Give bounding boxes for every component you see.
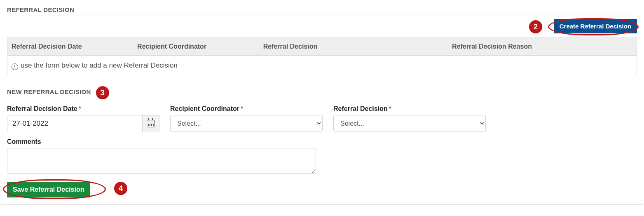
annotation-badge-2: 2 bbox=[529, 20, 542, 33]
table-empty-row: !use the form below to add a new Referra… bbox=[7, 56, 637, 76]
empty-message: use the form below to add a new Referral… bbox=[21, 61, 178, 69]
label-referral-decision: Referral Decision* bbox=[333, 105, 486, 113]
form-row-2: Comments bbox=[7, 138, 637, 174]
referral-decision-table: Referral Decision Date Recipient Coordin… bbox=[7, 38, 637, 76]
calendar-button[interactable] bbox=[142, 115, 159, 132]
referral-decision-select[interactable]: Select... bbox=[333, 115, 486, 132]
form-actions: Save Referral Decision 4 bbox=[7, 182, 90, 197]
calendar-icon bbox=[147, 120, 155, 127]
label-recipient-coordinator: Recipient Coordinator* bbox=[170, 105, 323, 113]
field-referral-decision: Referral Decision* Select... bbox=[333, 105, 486, 132]
save-referral-decision-button[interactable]: Save Referral Decision bbox=[7, 182, 90, 197]
col-decision: Referral Decision bbox=[259, 38, 448, 56]
col-reason: Referral Decision Reason bbox=[448, 38, 637, 56]
toolbar: 2 Create Referral Decision bbox=[7, 16, 637, 38]
col-date: Referral Decision Date bbox=[7, 38, 133, 56]
create-referral-decision-button[interactable]: Create Referral Decision bbox=[554, 19, 637, 33]
section-title: REFERRAL DECISION bbox=[7, 6, 637, 16]
label-comments: Comments bbox=[7, 138, 316, 146]
recipient-coordinator-select[interactable]: Select... bbox=[170, 115, 323, 132]
field-recipient-coordinator: Recipient Coordinator* Select... bbox=[170, 105, 323, 132]
form-row-1: Referral Decision Date* Recipient Coordi… bbox=[7, 105, 637, 132]
label-referral-date: Referral Decision Date* bbox=[7, 105, 159, 113]
col-coordinator: Recipient Coordinator bbox=[133, 38, 259, 56]
table-header-row: Referral Decision Date Recipient Coordin… bbox=[7, 38, 637, 56]
form-title: NEW REFERRAL DECISION bbox=[7, 88, 91, 97]
field-comments: Comments bbox=[7, 138, 316, 174]
comments-textarea[interactable] bbox=[7, 148, 316, 174]
info-icon: ! bbox=[12, 63, 18, 70]
referral-date-input[interactable] bbox=[7, 115, 142, 132]
annotation-badge-4: 4 bbox=[114, 182, 127, 195]
annotation-badge-3: 3 bbox=[96, 86, 109, 99]
referral-decision-panel: REFERRAL DECISION 2 Create Referral Deci… bbox=[1, 1, 643, 204]
field-referral-date: Referral Decision Date* bbox=[7, 105, 159, 132]
